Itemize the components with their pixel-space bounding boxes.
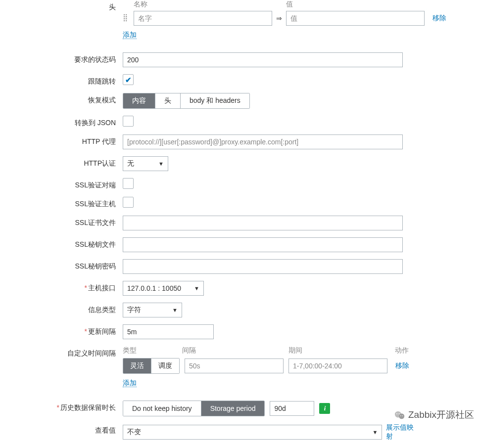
svg-point-1 [399, 413, 404, 419]
ci-interval-input[interactable] [185, 358, 284, 373]
http-auth-label: HTTP认证 [0, 156, 123, 168]
ssl-key-pw-input[interactable] [123, 259, 403, 274]
ci-type-scheduling[interactable]: 调度 [151, 358, 179, 373]
arrow-icon: ⇒ [272, 14, 286, 22]
ssl-verify-host-label: SSL验证主机 [0, 197, 123, 209]
ci-col-period: 期间 [288, 346, 395, 355]
info-type-label: 信息类型 [0, 303, 123, 314]
caret-down-icon: ▼ [158, 161, 164, 167]
http-proxy-input[interactable] [123, 134, 403, 149]
host-if-select[interactable]: 127.0.0.1 : 10050 ▼ [123, 281, 204, 296]
history-storage[interactable]: Storage period [201, 401, 265, 416]
brand-text: Zabbix开源社区 [408, 408, 474, 421]
headers-col-name: 名称 [134, 0, 272, 9]
history-label: *历史数据保留时长 [0, 401, 123, 412]
ssl-verify-peer-checkbox[interactable] [123, 178, 134, 189]
header-remove-link[interactable]: 移除 [432, 14, 446, 23]
ci-type-seg: 灵活 调度 [123, 358, 180, 374]
info-type-selected: 字符 [127, 306, 141, 314]
svg-point-4 [400, 415, 401, 416]
ssl-verify-host-checkbox[interactable] [123, 197, 134, 208]
ssl-verify-peer-label: SSL验证对端 [0, 178, 123, 190]
retrieve-mode-headers[interactable]: 头 [155, 93, 181, 108]
follow-redirects-label: 跟随跳转 [0, 74, 123, 86]
view-value-selected: 不变 [127, 428, 141, 437]
svg-point-2 [396, 413, 397, 414]
caret-down-icon: ▼ [194, 285, 199, 291]
ssl-key-file-input[interactable] [123, 237, 403, 252]
header-value-input[interactable] [286, 11, 425, 26]
custom-intervals-label: 自定义时间间隔 [0, 346, 123, 358]
http-proxy-label: HTTP 代理 [0, 134, 123, 146]
retrieve-mode-label: 恢复模式 [0, 93, 123, 105]
ssl-key-pw-label: SSL秘钥密码 [0, 259, 123, 271]
update-interval-label: *更新间隔 [0, 324, 123, 336]
drag-handle-icon[interactable]: ⠿⠿ [123, 16, 131, 20]
retrieve-mode-seg: 内容 头 body 和 headers [123, 93, 250, 109]
info-type-select[interactable]: 字符 ▼ [123, 303, 182, 317]
http-auth-select[interactable]: 无 ▼ [123, 156, 168, 171]
ci-type-flexible[interactable]: 灵活 [123, 358, 151, 373]
ssl-cert-file-input[interactable] [123, 216, 403, 230]
ci-period-input[interactable] [288, 358, 387, 373]
view-value-select[interactable]: 不变 ▼ [123, 425, 382, 440]
status-codes-label: 要求的状态码 [0, 52, 123, 64]
host-if-label: *主机接口 [0, 281, 123, 293]
status-codes-input[interactable] [123, 52, 403, 67]
svg-point-5 [402, 415, 403, 416]
brand-watermark: Zabbix开源社区 [394, 408, 474, 421]
ci-col-interval: 间隔 [182, 346, 288, 355]
ci-remove-link[interactable]: 移除 [395, 361, 409, 370]
caret-down-icon: ▼ [172, 307, 178, 313]
ssl-key-file-label: SSL秘钥文件 [0, 237, 123, 249]
update-interval-input[interactable] [123, 324, 214, 339]
to-json-checkbox[interactable] [123, 116, 134, 127]
header-add-link[interactable]: 添加 [123, 31, 137, 39]
retrieve-mode-both[interactable]: body 和 headers [181, 93, 249, 108]
host-if-selected: 127.0.0.1 : 10050 [127, 284, 181, 292]
ci-col-action: 动作 [395, 346, 409, 355]
follow-redirects-checkbox[interactable] [123, 74, 134, 85]
ci-col-type: 类型 [123, 346, 182, 355]
http-auth-selected: 无 [127, 159, 134, 168]
retrieve-mode-content[interactable]: 内容 [123, 93, 155, 108]
history-value-input[interactable] [270, 401, 314, 416]
headers-label: 头 [0, 0, 123, 12]
ssl-cert-file-label: SSL证书文件 [0, 216, 123, 227]
ci-add-link[interactable]: 添加 [123, 379, 137, 387]
history-seg: Do not keep history Storage period [123, 401, 265, 416]
history-no-keep[interactable]: Do not keep history [123, 401, 201, 416]
header-name-input[interactable] [134, 11, 272, 26]
headers-col-value: 值 [286, 0, 293, 9]
to-json-label: 转换到 JSON [0, 116, 123, 128]
view-value-label: 查看值 [0, 423, 123, 435]
caret-down-icon: ▼ [372, 429, 378, 435]
wechat-icon [394, 410, 405, 420]
svg-point-3 [399, 413, 400, 414]
value-map-link[interactable]: 展示值映射 [386, 423, 420, 441]
info-icon[interactable]: i [319, 403, 330, 414]
